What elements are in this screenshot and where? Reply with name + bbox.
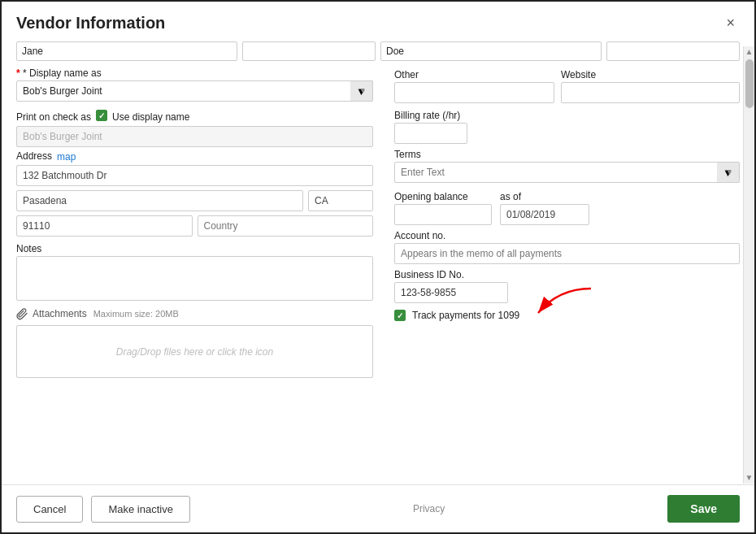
other-label: Other <box>394 69 554 80</box>
suffix-field[interactable] <box>606 41 740 61</box>
terms-label: Terms <box>394 149 740 160</box>
notes-label: Notes <box>16 243 373 254</box>
billing-rate-input[interactable] <box>394 123 467 144</box>
track-payments-label: Track payments for 1099 <box>412 310 519 321</box>
scroll-up-arrow[interactable]: ▲ <box>745 46 754 58</box>
dialog-title: Vendor Information <box>16 14 165 33</box>
business-id-label: Business ID No. <box>394 269 740 280</box>
close-button[interactable]: × <box>721 13 740 33</box>
terms-dropdown-arrow[interactable]: ▼ <box>717 162 740 183</box>
website-field-group: Website <box>561 64 740 103</box>
scrollbar-thumb[interactable] <box>745 59 754 108</box>
city-state-row <box>16 190 373 211</box>
last-name-field[interactable] <box>380 41 602 61</box>
dialog-footer: Cancel Make inactive Privacy Save <box>2 484 754 532</box>
business-id-input[interactable] <box>394 282 508 303</box>
opening-balance-label: Opening balance <box>394 191 492 202</box>
drop-zone-text: Drag/Drop files here or click the icon <box>116 346 273 358</box>
zip-input[interactable] <box>16 215 193 237</box>
display-name-dropdown-arrow[interactable]: ▼ <box>350 80 373 102</box>
drop-zone[interactable]: Drag/Drop files here or click the icon <box>16 325 373 378</box>
display-name-input[interactable] <box>16 80 373 102</box>
display-name-label: * * Display name as <box>16 67 373 79</box>
attachments-label: Attachments <box>33 308 87 319</box>
opening-balance-group: Opening balance <box>394 186 492 225</box>
print-on-check-row: Print on check as ✓ Use display name <box>16 106 373 124</box>
city-input[interactable] <box>16 190 303 211</box>
make-inactive-button[interactable]: Make inactive <box>91 496 189 523</box>
left-column: * * Display name as ▼ Print on check as … <box>16 64 378 484</box>
scroll-down-arrow[interactable]: ▼ <box>745 472 754 484</box>
dialog-body: * * Display name as ▼ Print on check as … <box>2 64 754 484</box>
display-name-select-wrapper[interactable]: ▼ <box>16 80 373 102</box>
first-name-field[interactable] <box>16 41 237 61</box>
track-checkmark-icon: ✓ <box>397 311 403 320</box>
print-on-check-input[interactable] <box>16 126 373 147</box>
save-button[interactable]: Save <box>667 495 740 523</box>
attachments-row: Attachments Maximum size: 20MB <box>16 307 373 320</box>
chevron-down-icon-terms: ▼ <box>723 167 733 179</box>
dialog-header: Vendor Information × <box>2 2 754 41</box>
zip-country-row <box>16 215 373 237</box>
as-of-label: as of <box>500 191 589 202</box>
state-input[interactable] <box>308 190 373 211</box>
account-no-label: Account no. <box>394 230 740 241</box>
privacy-label: Privacy <box>413 503 445 514</box>
other-website-row: Other Website <box>394 64 740 103</box>
print-on-check-label: Print on check as <box>16 111 91 123</box>
country-input[interactable] <box>198 215 374 237</box>
address-line1-input[interactable] <box>16 165 373 186</box>
track-payments-row: ✓ Track payments for 1099 <box>394 310 740 321</box>
terms-select-wrapper[interactable]: ▼ <box>394 162 740 183</box>
vendor-information-dialog: Vendor Information × ▲ ▼ * * Display nam… <box>0 0 756 534</box>
as-of-group: as of <box>500 186 589 225</box>
name-fields-row <box>2 41 754 64</box>
address-label: Address <box>16 150 52 162</box>
as-of-input[interactable] <box>500 204 589 225</box>
right-column: Other Website Billing rate (/hr) Terms ▼ <box>393 64 740 484</box>
address-label-row: Address map <box>16 150 373 163</box>
use-display-name-checkbox[interactable]: ✓ <box>96 110 107 121</box>
other-input[interactable] <box>394 82 554 103</box>
terms-input[interactable] <box>394 162 740 183</box>
website-input[interactable] <box>561 82 740 103</box>
opening-balance-row: Opening balance as of <box>394 186 740 225</box>
account-no-input[interactable] <box>394 243 740 264</box>
opening-balance-input[interactable] <box>394 204 492 225</box>
use-display-name-label: Use display name <box>112 111 189 123</box>
chevron-down-icon: ▼ <box>356 85 367 98</box>
max-size-label: Maximum size: 20MB <box>93 309 179 319</box>
billing-rate-label: Billing rate (/hr) <box>394 110 740 121</box>
middle-name-field[interactable] <box>242 41 376 61</box>
cancel-button[interactable]: Cancel <box>16 496 83 523</box>
checkmark-icon: ✓ <box>98 111 105 120</box>
track-payments-checkbox[interactable]: ✓ <box>394 310 406 321</box>
notes-textarea[interactable] <box>16 256 373 301</box>
scrollbar[interactable]: ▲ ▼ <box>743 46 754 484</box>
footer-privacy: Privacy <box>190 503 667 514</box>
other-field-group: Other <box>394 64 554 103</box>
footer-left-buttons: Cancel Make inactive <box>16 496 190 523</box>
website-label: Website <box>561 69 740 80</box>
attachment-icon: Attachments <box>16 307 87 320</box>
map-link[interactable]: map <box>57 151 76 163</box>
